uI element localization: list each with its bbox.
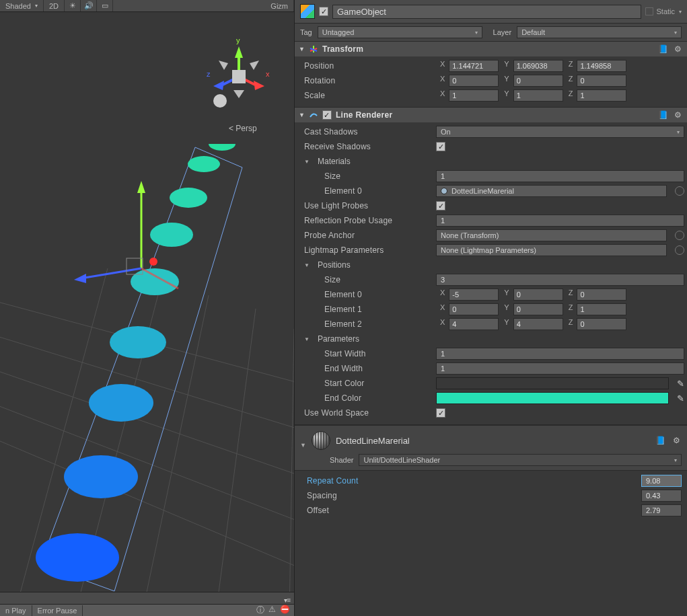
shading-dropdown[interactable]: Shaded — [0, 0, 44, 11]
gear-icon[interactable]: ⚙ — [672, 44, 683, 54]
svg-marker-27 — [254, 81, 264, 90]
pos0-z[interactable] — [577, 288, 626, 301]
gizmo-dropdown[interactable]: Gizm — [265, 0, 294, 11]
position-z[interactable] — [577, 60, 626, 72]
foldout-icon[interactable]: ▼ — [304, 159, 311, 165]
tag-dropdown[interactable]: Untagged — [318, 26, 482, 38]
materials-element0-label: Element 0 — [324, 186, 432, 196]
line-renderer-title: Line Renderer — [336, 110, 393, 120]
scene-view[interactable]: y x z < Persp — [0, 12, 294, 592]
scene-effects-icon[interactable]: ▭ — [97, 0, 113, 11]
shader-dropdown[interactable]: Unlit/DottedLineShader — [359, 454, 682, 466]
repeat-count-field[interactable] — [641, 475, 682, 487]
foldout-icon: ▼ — [299, 46, 305, 52]
svg-point-14 — [131, 268, 179, 295]
warning-count-icon[interactable]: ⚠ — [268, 605, 276, 616]
layer-dropdown[interactable]: Default — [517, 26, 682, 38]
help-icon[interactable]: 📘 — [657, 44, 668, 54]
pos1-y[interactable] — [513, 303, 563, 315]
pos0-x[interactable] — [449, 288, 499, 301]
button-2d-label: 2D — [49, 2, 59, 10]
end-color-field[interactable] — [436, 392, 669, 404]
gameobject-name-field[interactable] — [332, 5, 641, 19]
svg-line-2 — [0, 362, 294, 484]
position-x[interactable] — [449, 60, 499, 72]
rotation-z[interactable] — [577, 75, 626, 87]
start-width-field[interactable] — [436, 348, 684, 360]
offset-field[interactable] — [641, 504, 682, 516]
transform-title: Transform — [322, 44, 363, 54]
scene-panel: Shaded 2D ☀ 🔊 ▭ Gizm — [0, 0, 294, 616]
materials-element0-field[interactable]: DottedLineMarerial — [436, 185, 667, 197]
pos1-x[interactable] — [449, 303, 499, 315]
gear-icon[interactable]: ⚙ — [671, 435, 682, 446]
tab-play[interactable]: n Play — [0, 605, 32, 616]
static-toggle[interactable]: Static — [645, 7, 682, 15]
eyedropper-icon[interactable]: ✎ — [677, 379, 684, 389]
line-renderer-header[interactable]: ▼ ✓ Line Renderer 📘 ⚙ — [295, 108, 687, 122]
object-picker-icon[interactable] — [675, 186, 684, 196]
scene-3d-viewport[interactable]: y x z < Persp — [0, 12, 294, 592]
receive-shadows-checkbox[interactable]: ✓ — [436, 142, 445, 151]
console-tabs: n Play Error Pause ⓘ ⚠ ⛔ — [0, 604, 294, 616]
material-header[interactable]: ▼ DottedLineMarerial 📘 ⚙ — [295, 426, 687, 454]
scale-z[interactable] — [577, 89, 626, 102]
svg-marker-19 — [137, 181, 145, 193]
info-count-icon[interactable]: ⓘ — [256, 605, 264, 616]
svg-point-12 — [89, 384, 153, 422]
material-sphere-icon — [312, 431, 330, 450]
positions-el2-label: Element 2 — [324, 319, 432, 329]
tab-error-pause[interactable]: Error Pause — [32, 605, 83, 616]
end-color-label: End Color — [324, 393, 432, 403]
help-icon[interactable]: 📘 — [657, 110, 668, 120]
reflection-probe-label: Reflection Probe Usage — [304, 216, 432, 225]
lightmap-params-value: None (Lightmap Parameters) — [441, 246, 536, 254]
probe-anchor-field[interactable]: None (Transform) — [436, 229, 667, 241]
scale-y[interactable] — [513, 89, 563, 102]
gameobject-active-checkbox[interactable]: ✓ — [319, 7, 328, 16]
rotation-x[interactable] — [449, 75, 499, 87]
use-light-probes-checkbox[interactable]: ✓ — [436, 201, 445, 210]
transform-header[interactable]: ▼ Transform 📘 ⚙ — [295, 42, 687, 56]
line-renderer-icon — [309, 110, 318, 120]
pos0-y[interactable] — [513, 288, 563, 301]
tag-label: Tag — [300, 28, 312, 36]
positions-size-field[interactable] — [436, 274, 684, 286]
scene-light-icon[interactable]: ☀ — [65, 0, 81, 11]
button-2d[interactable]: 2D — [44, 0, 65, 11]
foldout-icon[interactable]: ▼ — [304, 262, 311, 268]
help-icon[interactable]: 📘 — [655, 435, 665, 446]
scene-status-bar: ▾≡ — [0, 592, 294, 604]
start-width-label: Start Width — [324, 349, 432, 358]
foldout-icon[interactable]: ▼ — [304, 336, 311, 342]
end-width-field[interactable] — [436, 362, 684, 375]
position-label: Position — [304, 61, 432, 71]
svg-point-13 — [110, 326, 166, 358]
pos1-z[interactable] — [577, 303, 626, 315]
collapse-handle-icon[interactable]: ▾≡ — [281, 596, 294, 604]
pos2-x[interactable] — [449, 318, 499, 330]
scale-label: Scale — [304, 91, 432, 100]
start-color-field[interactable] — [436, 377, 669, 389]
reflection-probe-field[interactable] — [436, 215, 684, 227]
error-count-icon[interactable]: ⛔ — [280, 605, 290, 616]
line-renderer-enabled-checkbox[interactable]: ✓ — [322, 110, 332, 120]
scene-audio-icon[interactable]: 🔊 — [81, 0, 97, 11]
position-y[interactable] — [513, 60, 563, 72]
use-light-probes-label: Use Light Probes — [304, 201, 432, 210]
materials-size-field[interactable] — [436, 170, 684, 182]
gear-icon[interactable]: ⚙ — [672, 110, 683, 120]
rotation-y[interactable] — [513, 75, 563, 87]
object-picker-icon[interactable] — [675, 231, 684, 240]
scale-x[interactable] — [449, 89, 499, 102]
spacing-field[interactable] — [641, 490, 682, 502]
lightmap-params-field[interactable]: None (Lightmap Parameters) — [436, 244, 667, 256]
object-picker-icon[interactable] — [675, 245, 684, 255]
use-world-space-checkbox[interactable]: ✓ — [436, 408, 445, 418]
pos2-y[interactable] — [513, 318, 563, 330]
cast-shadows-dropdown[interactable]: On — [436, 126, 684, 138]
end-width-label: End Width — [324, 364, 432, 373]
pos2-z[interactable] — [577, 318, 626, 330]
spacing-label: Spacing — [307, 491, 441, 500]
eyedropper-icon[interactable]: ✎ — [677, 393, 684, 403]
